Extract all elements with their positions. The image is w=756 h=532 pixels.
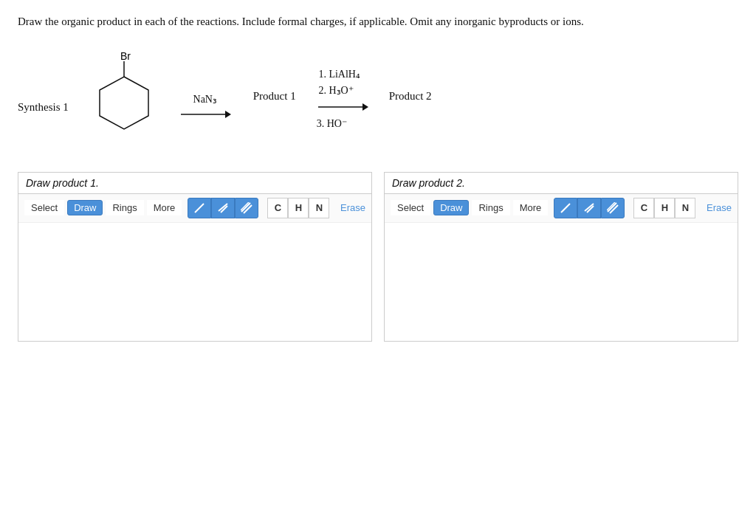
panel-2-select-button[interactable]: Select <box>391 200 430 215</box>
svg-marker-4 <box>225 111 231 118</box>
reagent-2-line3: 3. HO⁻ <box>317 116 347 132</box>
reagent-2-line3-block: 3. HO⁻ <box>317 116 347 132</box>
reaction-arrow-1: NaN₃ <box>179 93 231 122</box>
panel-2-single-bond-button[interactable] <box>554 198 577 218</box>
panel-2-draw-button[interactable]: Draw <box>433 200 469 215</box>
panel-1-atom-group: C H N <box>267 198 329 218</box>
panel-1-rings-button[interactable]: Rings <box>106 200 143 215</box>
panel-1-erase-button[interactable]: Erase <box>340 202 365 213</box>
svg-line-13 <box>561 204 570 213</box>
panel-1-single-bond-button[interactable] <box>188 198 211 218</box>
panel-2-bond-group <box>554 198 625 218</box>
draw-panel-1: Draw product 1. Select Draw Rings More <box>18 172 372 342</box>
panel-1-hydrogen-button[interactable]: H <box>288 198 309 218</box>
svg-marker-6 <box>362 103 368 111</box>
panel-2-atom-group: C H N <box>633 198 695 218</box>
panel-2-carbon-button[interactable]: C <box>633 198 654 218</box>
panel-2-canvas[interactable] <box>385 223 738 341</box>
svg-line-7 <box>195 204 204 213</box>
panel-1-toolbar: Select Draw Rings More <box>18 194 371 223</box>
panel-1-more-button[interactable]: More <box>147 200 182 215</box>
panel-1-carbon-button[interactable]: C <box>267 198 288 218</box>
reagent-2-line1: 1. LiAlH₄ <box>318 66 360 83</box>
panel-2-nitrogen-button[interactable]: N <box>675 198 695 218</box>
panel-2-title: Draw product 2. <box>385 173 738 194</box>
reagent-1: NaN₃ <box>193 93 217 106</box>
panel-2-erase-button[interactable]: Erase <box>707 202 732 213</box>
panel-2-hydrogen-button[interactable]: H <box>654 198 675 218</box>
panel-2-triple-bond-button[interactable] <box>601 198 625 218</box>
panel-1-canvas[interactable] <box>18 223 371 341</box>
panel-2-more-button[interactable]: More <box>513 200 549 215</box>
product-2-label: Product 2 <box>389 90 432 103</box>
svg-marker-2 <box>100 77 148 129</box>
panel-2-rings-button[interactable]: Rings <box>472 200 509 215</box>
instruction-text: Draw the organic product in each of the … <box>18 13 712 30</box>
reagent-2-line2: 2. H₃O⁺ <box>318 83 360 99</box>
panel-1-select-button[interactable]: Select <box>24 200 64 215</box>
panel-1-double-bond-button[interactable] <box>211 198 235 218</box>
panel-2-double-bond-button[interactable] <box>577 198 601 218</box>
panel-2-toolbar: Select Draw Rings More <box>385 194 738 223</box>
synthesis-area: Synthesis 1 Br NaN₃ Product 1 <box>18 44 738 150</box>
reagents-2: 1. LiAlH₄ 2. H₃O⁺ <box>318 66 360 100</box>
product-1-label: Product 1 <box>253 90 296 103</box>
synthesis-label: Synthesis 1 <box>18 101 69 114</box>
draw-panels: Draw product 1. Select Draw Rings More <box>18 172 738 342</box>
panel-1-nitrogen-button[interactable]: N <box>309 198 329 218</box>
molecule-structure: Br <box>82 51 163 150</box>
panel-1-bond-group <box>188 198 258 218</box>
svg-text:Br: Br <box>120 51 131 62</box>
panel-1-draw-button[interactable]: Draw <box>67 200 103 215</box>
draw-panel-2: Draw product 2. Select Draw Rings More <box>384 172 738 342</box>
panel-1-triple-bond-button[interactable] <box>235 198 258 218</box>
panel-1-title: Draw product 1. <box>18 173 371 194</box>
